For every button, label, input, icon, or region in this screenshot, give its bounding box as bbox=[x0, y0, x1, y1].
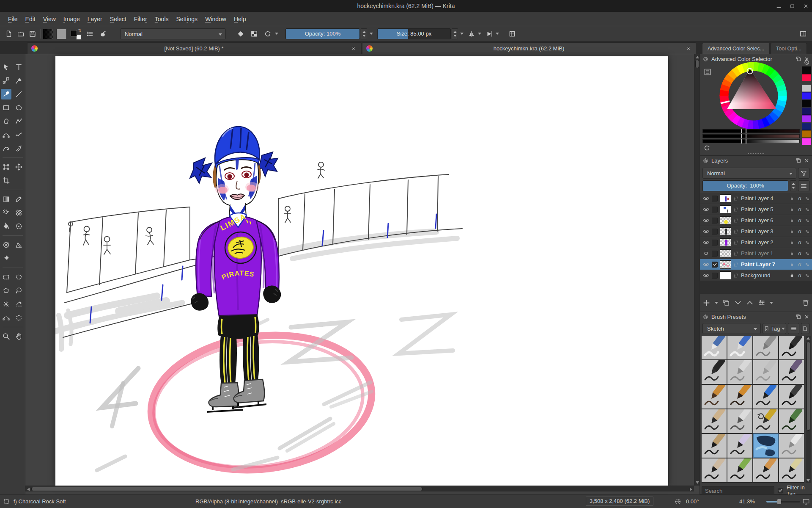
brush-preset-ink-pen-black[interactable] bbox=[779, 336, 804, 359]
mirror-horizontal-button[interactable] bbox=[466, 28, 477, 39]
brush-preset-round-brush-chalk[interactable] bbox=[702, 458, 727, 482]
preset-scrollbar[interactable] bbox=[806, 336, 811, 483]
alpha-channel-icon[interactable] bbox=[805, 229, 810, 234]
swatch-transparent[interactable] bbox=[802, 58, 811, 66]
layer-thumbnail[interactable] bbox=[720, 194, 731, 203]
add-layer-button[interactable] bbox=[702, 299, 710, 307]
layer-visible-icon[interactable] bbox=[702, 239, 710, 246]
document-tab-unsaved[interactable]: [Not Saved] (60.2 MiB) * bbox=[27, 42, 361, 54]
inherit-alpha-icon[interactable] bbox=[733, 262, 739, 267]
layer-unlocked-icon[interactable] bbox=[789, 196, 795, 201]
fg-bg-color-selector[interactable]: ⇅ bbox=[71, 29, 82, 40]
tool-rectangle[interactable] bbox=[1, 102, 11, 113]
layer-row-paint-layer-6[interactable]: Paint Layer 6α bbox=[700, 215, 812, 226]
layer-unlocked-icon[interactable] bbox=[789, 207, 795, 212]
layer-row-paint-layer-7[interactable]: Paint Layer 7α bbox=[700, 259, 812, 270]
layer-row-background[interactable]: Backgroundα bbox=[700, 270, 812, 281]
size-dropdown-caret[interactable] bbox=[460, 33, 464, 35]
mirror-h-caret[interactable] bbox=[478, 33, 481, 35]
size-slider[interactable]: Size: 85.00 px bbox=[377, 28, 451, 39]
tool-similar-color-selection[interactable] bbox=[14, 299, 24, 309]
tool-rectangular-selection[interactable] bbox=[1, 272, 11, 282]
docker-lock-icon[interactable] bbox=[702, 56, 709, 62]
swatch-brown-orange[interactable] bbox=[802, 130, 811, 138]
layer-row-paint-layer-1[interactable]: Paint Layer 1α bbox=[700, 248, 812, 259]
swatch-violet[interactable] bbox=[802, 115, 811, 122]
layer-pin-checkbox[interactable] bbox=[712, 196, 718, 202]
alpha-lock-icon[interactable]: α bbox=[797, 250, 803, 257]
tab-close-icon[interactable] bbox=[350, 45, 357, 52]
canvas[interactable]: LIMSA PIRATES bbox=[55, 56, 668, 486]
alpha-lock-icon[interactable]: α bbox=[797, 261, 803, 268]
brush-preset-crayon-green[interactable] bbox=[727, 458, 752, 482]
swatch-magenta[interactable] bbox=[802, 138, 811, 145]
workspace-chooser-button[interactable] bbox=[798, 28, 809, 39]
tool-calligraphy[interactable] bbox=[14, 75, 24, 86]
layer-visible-icon[interactable] bbox=[702, 228, 710, 235]
color-selector-settings-icon[interactable] bbox=[703, 68, 712, 76]
layer-visible-icon[interactable] bbox=[702, 272, 710, 279]
tool-contiguous-selection[interactable] bbox=[1, 299, 11, 309]
layer-unlocked-icon[interactable] bbox=[789, 262, 795, 267]
alpha-lock-icon[interactable]: α bbox=[797, 272, 803, 279]
brush-preset-pen-white[interactable] bbox=[727, 360, 752, 384]
layer-pin-checkbox[interactable] bbox=[712, 273, 718, 279]
layer-opacity-slider[interactable]: Opacity: 100% bbox=[702, 180, 788, 191]
menu-image[interactable]: Image bbox=[60, 12, 84, 26]
layer-thumbnail[interactable] bbox=[720, 205, 731, 214]
layer-blending-mode-dropdown[interactable]: Normal bbox=[702, 168, 796, 179]
tool-polyline[interactable] bbox=[14, 116, 24, 127]
color-wheel[interactable] bbox=[719, 62, 787, 130]
docker-close-icon[interactable] bbox=[804, 314, 809, 320]
brush-preset-pen-chrome[interactable] bbox=[727, 409, 752, 433]
filter-in-tag-checkbox[interactable] bbox=[778, 488, 783, 494]
layer-hidden-icon[interactable] bbox=[702, 250, 710, 257]
brush-preset-chooser-button[interactable] bbox=[97, 28, 108, 39]
alpha-channel-icon[interactable] bbox=[805, 273, 810, 278]
layer-filter-icon[interactable] bbox=[798, 168, 809, 179]
tool-bezier-curve[interactable] bbox=[1, 130, 11, 140]
layer-thumbnail[interactable] bbox=[720, 227, 731, 236]
tool-dynamic-brush[interactable] bbox=[1, 143, 11, 154]
menu-filter[interactable]: Filter bbox=[130, 12, 151, 26]
swatch-black-2[interactable] bbox=[802, 100, 811, 107]
alpha-channel-icon[interactable] bbox=[805, 207, 810, 212]
swatch-black[interactable] bbox=[802, 66, 811, 74]
layer-visible-icon[interactable] bbox=[702, 206, 710, 213]
tool-assistants[interactable] bbox=[1, 240, 11, 250]
swatch-red[interactable] bbox=[802, 74, 811, 81]
maximize-icon[interactable] bbox=[788, 2, 796, 10]
layer-pin-checkbox[interactable] bbox=[712, 218, 718, 224]
pattern-chooser-button[interactable] bbox=[56, 29, 67, 39]
tool-text[interactable] bbox=[14, 62, 24, 72]
tool-color-sampler[interactable] bbox=[14, 194, 24, 204]
tool-pan[interactable] bbox=[14, 331, 24, 342]
inherit-alpha-icon[interactable] bbox=[733, 207, 739, 212]
shade-strip-1[interactable] bbox=[702, 129, 800, 133]
layer-options-icon[interactable] bbox=[798, 180, 809, 191]
docker-splitter[interactable] bbox=[748, 153, 764, 154]
tab-close-icon[interactable] bbox=[685, 45, 692, 52]
minimize-icon[interactable] bbox=[775, 2, 782, 10]
tool-enclose-and-fill[interactable] bbox=[14, 221, 24, 232]
brush-preset-flat-brush-bristle[interactable] bbox=[727, 434, 752, 458]
tool-reference-images[interactable] bbox=[1, 253, 11, 264]
brush-preset-wet-paint-blue[interactable] bbox=[753, 434, 778, 458]
delete-layer-button[interactable] bbox=[802, 299, 809, 306]
swatch-dark-blue[interactable] bbox=[802, 123, 811, 130]
tool-zoom[interactable] bbox=[1, 331, 11, 342]
brush-preset-chalk-orange[interactable] bbox=[753, 458, 778, 482]
add-layer-caret[interactable] bbox=[715, 302, 718, 304]
opacity-spinner[interactable] bbox=[361, 28, 367, 39]
brush-preset-pencil-reload-yellow[interactable] bbox=[753, 409, 778, 433]
swatch-dark-navy[interactable] bbox=[802, 108, 811, 115]
brush-tag-filter-dropdown[interactable]: Sketch bbox=[702, 323, 761, 334]
layer-thumbnail[interactable] bbox=[720, 260, 731, 269]
docker-float-icon[interactable] bbox=[796, 56, 801, 62]
menu-select[interactable]: Select bbox=[106, 12, 130, 26]
tool-polygonal-selection[interactable] bbox=[1, 285, 11, 296]
brush-preset-flat-brush-tan[interactable] bbox=[702, 434, 727, 458]
inherit-alpha-icon[interactable] bbox=[733, 240, 739, 245]
layer-pin-checkbox[interactable] bbox=[712, 229, 718, 235]
alpha-channel-icon[interactable] bbox=[805, 218, 810, 223]
